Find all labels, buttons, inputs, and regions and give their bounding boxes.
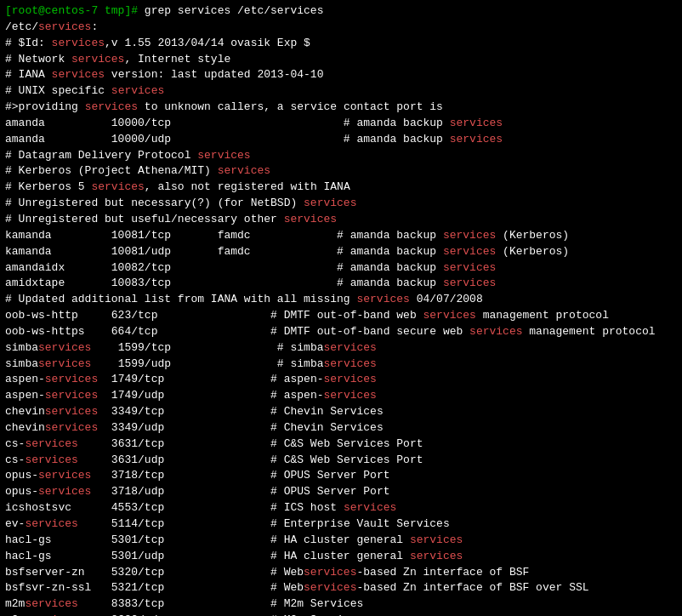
output-line: aspen-services 1749/udp # aspen-services	[5, 388, 677, 404]
output-line: amandaidx 10082/tcp # amanda backup serv…	[5, 260, 677, 277]
output-line: cs-services 3631/tcp # C&S Web Services …	[5, 436, 677, 453]
output-line: chevinservices 3349/udp # Chevin Service…	[5, 420, 677, 436]
output-line: aspen-services 1749/tcp # aspen-services	[5, 372, 677, 388]
output-line: opus-services 3718/udp # OPUS Server Por…	[5, 484, 677, 500]
output-line: chevinservices 3349/tcp # Chevin Service…	[5, 404, 677, 420]
terminal-window: [root@centos-7 tmp]# grep services /etc/…	[0, 0, 682, 616]
output-line: m2mservices 8383/tcp # M2m Services	[5, 596, 677, 613]
output-line: m2mservices 8383/udp # M2m Services	[5, 613, 677, 616]
output-line: bsfsvr-zn-ssl 5321/tcp # Webservices-bas…	[5, 580, 677, 596]
output-line: ev-services 5114/tcp # Enterprise Vault …	[5, 516, 677, 533]
output-line: # Datagram Delivery Protocol services	[5, 148, 677, 164]
output-line: simbaservices 1599/tcp # simbaservices	[5, 340, 677, 356]
output-line: simbaservices 1599/udp # simbaservices	[5, 356, 677, 373]
output-line: kamanda 10081/tcp famdc # amanda backup …	[5, 228, 677, 244]
output-line: # Kerberos (Project Athena/MIT) services	[5, 163, 677, 180]
output-line: kamanda 10081/udp famdc # amanda backup …	[5, 244, 677, 260]
output-line: icshostsvc 4553/tcp # ICS host services	[5, 500, 677, 516]
output-line: oob-ws-http 623/tcp # DMTF out-of-band w…	[5, 308, 677, 324]
output-line: # Network services, Internet style	[5, 52, 677, 68]
output-line: # UNIX specific services	[5, 83, 677, 100]
output-line: amanda 10000/tcp # amanda backup service…	[5, 116, 677, 132]
output-line: amidxtape 10083/tcp # amanda backup serv…	[5, 276, 677, 292]
output-line: oob-ws-https 664/tcp # DMTF out-of-band …	[5, 324, 677, 340]
output-line: # Updated additional list from IANA with…	[5, 292, 677, 308]
output-line: # Unregistered but useful/necessary othe…	[5, 212, 677, 228]
output-line: /etc/services:	[5, 20, 677, 36]
output-line: bsfserver-zn 5320/tcp # Webservices-base…	[5, 565, 677, 581]
output-line: # $Id: services,v 1.55 2013/04/14 ovasik…	[5, 36, 677, 52]
output-line: # IANA services version: last updated 20…	[5, 67, 677, 83]
output-line: cs-services 3631/udp # C&S Web Services …	[5, 453, 677, 469]
output-line: hacl-gs 5301/tcp # HA cluster general se…	[5, 533, 677, 549]
output-line: opus-services 3718/tcp # OPUS Server Por…	[5, 468, 677, 484]
command-line: [root@centos-7 tmp]# grep services /etc/…	[5, 3, 677, 20]
prompt: [root@centos-7 tmp]#	[5, 4, 138, 17]
output-line: # Kerberos 5 services, also not register…	[5, 180, 677, 196]
output-line: #>providing services to unknown callers,…	[5, 100, 677, 116]
output-line: amanda 10000/udp # amanda backup service…	[5, 132, 677, 148]
output-line: # Unregistered but necessary(?) (for Net…	[5, 196, 677, 212]
output-line: hacl-gs 5301/udp # HA cluster general se…	[5, 549, 677, 565]
